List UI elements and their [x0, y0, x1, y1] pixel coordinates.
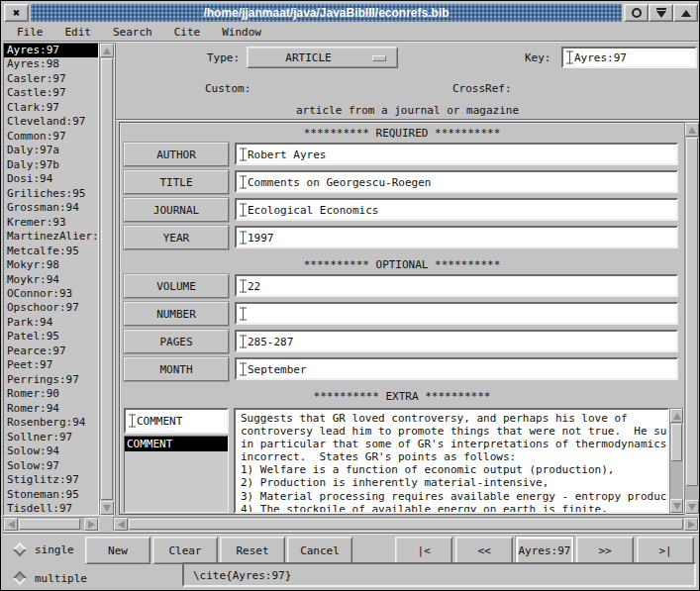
reference-list-item[interactable]: Peet:97 [4, 358, 98, 372]
form-vertical-scrollbar[interactable] [684, 122, 700, 515]
reference-list-item[interactable]: Romer:94 [4, 402, 98, 416]
optional-section-header: ********** OPTIONAL ********** [120, 258, 684, 271]
multiple-radio[interactable] [13, 571, 27, 585]
scrollbar-thumb[interactable] [19, 519, 80, 530]
extra-section-header: ********** EXTRA ********** [120, 390, 684, 403]
reference-list-item[interactable]: Perrings:97 [4, 373, 98, 387]
scroll-left-arrow[interactable] [4, 518, 18, 531]
reference-list-item[interactable]: Clark:97 [4, 101, 98, 115]
maximize-button[interactable] [673, 4, 698, 22]
reference-list-item[interactable]: Sollner:97 [4, 431, 98, 444]
form-horizontal-scrollbar[interactable] [113, 517, 699, 532]
menu-item[interactable]: Edit [65, 26, 92, 39]
reference-list-item[interactable]: Park:94 [4, 316, 98, 330]
reference-list-item[interactable]: Metcalfe:95 [4, 245, 98, 258]
nav-buttons: |<<<Ayres:97>>>| [395, 537, 694, 564]
reference-list-item[interactable]: OConnor:93 [4, 287, 98, 301]
menu-item[interactable]: File [17, 26, 44, 39]
reference-list-item[interactable]: Dosi:94 [4, 172, 98, 186]
required-fields: AUTHOR Robert Ayres TITLE Comments on Ge… [124, 143, 680, 249]
reference-list-item[interactable]: Romer:90 [4, 387, 98, 401]
extra-field-list-item[interactable]: COMMENT [125, 437, 228, 451]
close-button[interactable]: ✖ [4, 4, 29, 22]
scrollbar-thumb[interactable] [671, 424, 682, 461]
key-input[interactable]: Ayres:97 [561, 47, 697, 68]
action-buttons: NewClearResetCancel [85, 537, 352, 564]
nav-button[interactable]: << [455, 537, 513, 564]
scroll-up-arrow[interactable] [685, 123, 699, 137]
reference-list-item[interactable]: Ayres:98 [4, 57, 98, 71]
field-label: AUTHOR [124, 143, 229, 166]
action-button[interactable]: New [85, 537, 150, 564]
reference-list-item[interactable]: Kremer:93 [4, 216, 98, 230]
reference-list-item[interactable]: Daly:97a [4, 144, 98, 157]
field-input[interactable]: 1997 [235, 226, 678, 248]
reference-list-item[interactable]: Griliches:95 [4, 187, 98, 201]
field-label: MONTH [124, 357, 229, 381]
field-input[interactable] [235, 302, 678, 325]
reference-list-item[interactable]: Rosenberg:94 [4, 416, 98, 430]
field-input[interactable]: 22 [235, 274, 678, 297]
scroll-right-arrow[interactable] [84, 518, 98, 531]
single-radio[interactable] [13, 542, 27, 556]
action-button[interactable]: Clear [152, 537, 218, 564]
reference-list-item[interactable]: Solow:97 [4, 459, 98, 473]
window-title: /home/jjanmaat/java/JavaBibIII/econrefs.… [31, 4, 622, 22]
extra-field-list: COMMENT [124, 436, 229, 513]
reference-list-item[interactable]: Grossman:94 [4, 201, 98, 215]
reference-list-item[interactable]: Castle:97 [4, 86, 98, 100]
menu-button[interactable] [624, 4, 649, 22]
scrollbar-thumb[interactable] [129, 519, 683, 530]
field-input[interactable]: September [235, 357, 678, 380]
field-input[interactable]: Ecological Economics [235, 198, 678, 221]
nav-button[interactable]: |< [395, 537, 452, 564]
list-vertical-scrollbar[interactable] [99, 43, 115, 516]
scroll-down-arrow[interactable] [100, 501, 114, 515]
reference-list-item[interactable]: Stoneman:95 [4, 488, 98, 502]
reference-list-item[interactable]: Tisdell:97 [4, 502, 98, 516]
action-button[interactable]: Reset [220, 537, 285, 564]
menu-item[interactable]: Search [113, 26, 152, 39]
type-dropdown[interactable]: ARTICLE [247, 47, 398, 68]
reference-list-item[interactable]: Casler:97 [4, 72, 98, 86]
reference-list-item[interactable]: Cleveland:97 [4, 115, 98, 129]
single-radio-label[interactable]: single [35, 543, 74, 556]
reference-list-item[interactable]: Solow:94 [4, 444, 98, 458]
cite-output-field[interactable]: \cite{Ayres:97} [182, 562, 696, 587]
reference-list-item[interactable]: Daly:97b [4, 158, 98, 172]
action-button[interactable]: Cancel [287, 537, 352, 564]
field-input[interactable]: Comments on Georgescu-Roegen [235, 170, 678, 193]
scroll-right-arrow[interactable] [684, 518, 698, 531]
scrollbar-thumb[interactable] [686, 138, 698, 486]
field-input[interactable]: Robert Ayres [235, 143, 678, 165]
scrollbar-thumb[interactable] [101, 58, 113, 500]
reference-list-item[interactable]: Stiglitz:97 [4, 473, 98, 487]
scroll-down-arrow[interactable] [670, 499, 683, 513]
nav-button[interactable]: >| [637, 537, 694, 564]
multiple-radio-label[interactable]: multiple [35, 572, 87, 585]
title-bar[interactable]: ✖ /home/jjanmaat/java/JavaBibIII/econref… [3, 3, 699, 23]
scroll-up-arrow[interactable] [670, 409, 683, 423]
iconify-button[interactable] [649, 4, 673, 22]
reference-list-item[interactable]: Common:97 [4, 130, 98, 144]
reference-list-item[interactable]: Opschoor:97 [4, 301, 98, 315]
reference-list-item[interactable]: MartinezAlier:97 [4, 230, 98, 244]
extra-textarea[interactable]: Suggests that GR loved controversy, and … [234, 408, 669, 514]
reference-list-item[interactable]: Mokyr:98 [4, 258, 98, 272]
reference-list-item[interactable]: Patel:95 [4, 330, 98, 344]
extra-field-name-input[interactable]: COMMENT [124, 408, 229, 434]
nav-button[interactable]: Ayres:97 [516, 537, 573, 564]
scroll-up-arrow[interactable] [100, 44, 114, 57]
scroll-left-arrow[interactable] [114, 518, 128, 531]
menu-item[interactable]: Cite [174, 26, 201, 39]
list-horizontal-scrollbar[interactable] [3, 517, 99, 532]
field-input[interactable]: 285-287 [235, 330, 678, 352]
scroll-down-arrow[interactable] [685, 500, 699, 514]
nav-button[interactable]: >> [576, 537, 634, 564]
textarea-scrollbar[interactable] [669, 408, 684, 514]
reference-list-item[interactable]: Moykr:94 [4, 273, 98, 287]
reference-list-item[interactable]: Ayres:97 [4, 44, 98, 57]
reference-list-item[interactable]: Pearce:97 [4, 345, 98, 358]
text-cursor [240, 203, 247, 216]
menu-item[interactable]: Window [222, 26, 261, 39]
